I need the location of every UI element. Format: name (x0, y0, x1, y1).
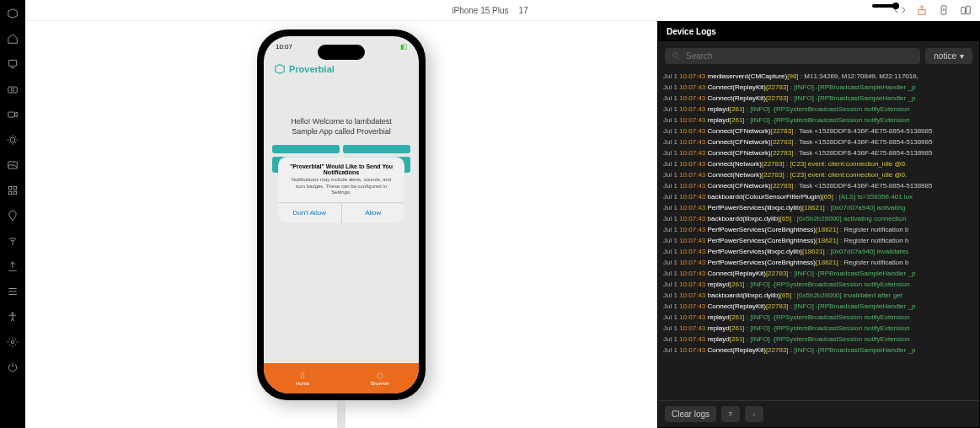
svg-rect-20 (731, 413, 732, 416)
phone-icon (298, 372, 307, 380)
settings-icon[interactable] (6, 335, 19, 349)
bottom-browser-label: Browser (371, 381, 389, 386)
location-icon[interactable] (6, 209, 19, 222)
network-icon[interactable] (6, 234, 19, 248)
logs-title: Device Logs (658, 22, 979, 41)
welcome-text: Hello! Welcome to lambdatest Sample App … (264, 83, 419, 145)
image-icon[interactable] (6, 158, 19, 172)
alert-body: Notifications may include alerts, sounds… (278, 178, 404, 203)
upload-icon[interactable] (6, 259, 19, 273)
svg-rect-7 (13, 186, 17, 190)
logo-icon[interactable] (6, 7, 19, 20)
svg-rect-3 (8, 112, 15, 117)
os-version: 17 (519, 6, 528, 15)
svg-rect-15 (967, 6, 971, 13)
chevron-down-icon: ▾ (960, 51, 964, 61)
alert-title: "Proverbial" Would Like to Send You Noti… (278, 158, 404, 178)
cable-icon (337, 400, 345, 428)
app-logo-icon (274, 63, 286, 75)
bottom-home-label: Home (296, 381, 309, 386)
svg-rect-14 (961, 8, 966, 14)
sidebar (0, 0, 25, 428)
filter-dropdown[interactable]: notice ▾ (925, 48, 972, 64)
app-title: Proverbial (289, 64, 335, 74)
status-time: 10:07 (276, 43, 292, 55)
bug-icon[interactable] (6, 133, 19, 147)
svg-rect-19 (730, 413, 731, 416)
battery-icon: ▮▯ (400, 43, 407, 55)
svg-point-4 (10, 137, 15, 142)
switch-icon[interactable] (960, 4, 972, 16)
svg-rect-0 (8, 60, 16, 66)
topbar: iPhone 15 Plus 17 (25, 0, 980, 21)
bottom-home[interactable]: Home (264, 363, 341, 393)
accessibility-icon[interactable] (6, 310, 19, 324)
app-btn-1[interactable] (272, 145, 340, 153)
svg-rect-1 (8, 87, 18, 93)
list-icon[interactable] (6, 285, 19, 298)
clear-logs-button[interactable]: Clear logs (665, 406, 716, 422)
device-name: iPhone 15 Plus (452, 6, 508, 15)
search-icon (672, 51, 681, 61)
logs-panel: Device Logs notice ▾ Jul 1 10:07:43 medi… (657, 21, 980, 428)
svg-rect-8 (8, 191, 12, 195)
notch (318, 45, 365, 60)
download-icon[interactable] (745, 406, 763, 422)
svg-rect-6 (8, 186, 12, 190)
filter-label: notice (934, 51, 956, 61)
globe-icon (376, 372, 384, 380)
bottom-browser[interactable]: Browser (341, 363, 419, 393)
camera-icon[interactable] (6, 83, 19, 96)
notification-alert: "Proverbial" Would Like to Send You Noti… (278, 158, 404, 223)
power-icon[interactable] (6, 361, 19, 374)
share-icon[interactable] (916, 4, 928, 16)
slider-icon[interactable] (872, 4, 884, 16)
gallery-icon[interactable] (6, 184, 19, 197)
svg-point-18 (673, 53, 678, 58)
log-output[interactable]: Jul 1 10:07:43 mediaserverd(CMCapture)[9… (658, 71, 979, 400)
video-icon[interactable] (6, 108, 19, 121)
svg-point-17 (378, 372, 383, 378)
svg-point-2 (11, 88, 14, 92)
search-box[interactable] (665, 48, 920, 64)
svg-rect-16 (301, 372, 303, 378)
svg-point-10 (12, 313, 13, 314)
pause-icon[interactable] (721, 406, 740, 422)
app-btn-2[interactable] (343, 145, 410, 153)
phone-screen[interactable]: 10:07 ▮▯ Proverbial Hello! Welcome to la… (264, 36, 419, 393)
install-icon[interactable] (938, 4, 950, 16)
alert-allow-button[interactable]: Allow (342, 203, 405, 222)
device-icon[interactable] (6, 57, 19, 71)
phone-frame: 10:07 ▮▯ Proverbial Hello! Welcome to la… (257, 29, 426, 400)
search-input[interactable] (686, 51, 913, 61)
svg-point-11 (11, 340, 14, 344)
svg-rect-9 (13, 191, 17, 195)
device-preview: 10:07 ▮▯ Proverbial Hello! Welcome to la… (25, 21, 657, 428)
home-icon[interactable] (6, 32, 19, 45)
alert-deny-button[interactable]: Don't Allow (278, 203, 342, 222)
